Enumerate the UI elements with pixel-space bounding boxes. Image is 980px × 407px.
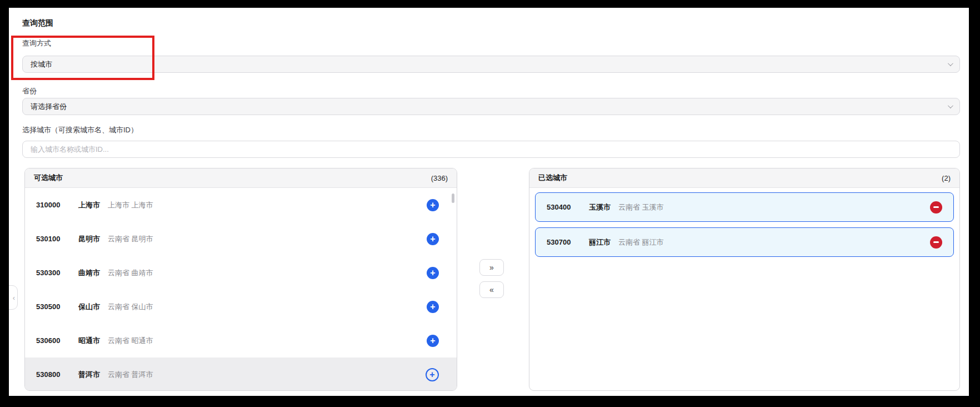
query-method-label: 查询方式 bbox=[22, 38, 51, 48]
province-label: 省份 bbox=[22, 86, 37, 96]
add-city-button[interactable]: + bbox=[426, 368, 439, 381]
selected-cities-title: 已选城市 bbox=[538, 173, 567, 183]
city-name: 普洱市 bbox=[78, 370, 100, 380]
city-search-input[interactable] bbox=[22, 141, 960, 158]
panel-collapse-handle[interactable]: ‹ bbox=[9, 285, 18, 310]
available-cities-title: 可选城市 bbox=[34, 173, 63, 183]
city-detail: 云南省 曲靖市 bbox=[108, 268, 153, 278]
add-city-button[interactable]: + bbox=[427, 233, 439, 245]
scrollbar-thumb[interactable] bbox=[452, 193, 454, 203]
city-code: 310000 bbox=[36, 201, 68, 209]
available-city-row[interactable]: 530600 昭通市 云南省 昭通市 + bbox=[25, 324, 457, 358]
add-city-button[interactable]: + bbox=[427, 267, 439, 279]
city-code: 530500 bbox=[36, 302, 68, 311]
city-code: 530700 bbox=[547, 238, 579, 246]
selected-city-list: 530400 玉溪市 云南省 玉溪市 530700 丽江市 云南省 丽江市 bbox=[529, 188, 959, 267]
plus-icon: + bbox=[430, 302, 435, 311]
remove-city-button[interactable] bbox=[930, 236, 942, 249]
add-city-button[interactable]: + bbox=[427, 199, 439, 211]
section-title: 查询范围 bbox=[22, 18, 53, 28]
city-detail: 云南省 保山市 bbox=[108, 302, 153, 312]
move-all-right-button[interactable]: » bbox=[479, 259, 504, 276]
selected-city-row[interactable]: 530400 玉溪市 云南省 玉溪市 bbox=[535, 192, 954, 222]
plus-icon: + bbox=[429, 370, 434, 379]
query-method-select[interactable]: 按城市 bbox=[22, 56, 960, 73]
available-city-row[interactable]: 530500 保山市 云南省 保山市 + bbox=[25, 290, 457, 324]
plus-icon: + bbox=[430, 336, 435, 345]
city-detail: 云南省 玉溪市 bbox=[618, 202, 664, 212]
selected-cities-count: (2) bbox=[942, 174, 951, 182]
city-name: 丽江市 bbox=[589, 237, 611, 247]
plus-icon: + bbox=[430, 235, 435, 244]
query-method-value: 按城市 bbox=[31, 59, 52, 70]
available-city-list: 310000 上海市 上海市 上海市 + 530100 昆明市 云南省 昆明市 … bbox=[25, 188, 457, 391]
city-code: 530100 bbox=[36, 235, 68, 243]
city-name: 保山市 bbox=[78, 302, 100, 312]
minus-icon bbox=[933, 206, 939, 208]
move-all-left-button[interactable]: « bbox=[479, 281, 504, 298]
city-name: 玉溪市 bbox=[589, 202, 611, 212]
plus-icon: + bbox=[430, 201, 435, 210]
province-select[interactable]: 请选择省份 bbox=[22, 98, 960, 115]
add-city-button[interactable]: + bbox=[427, 335, 439, 347]
selected-cities-panel: 已选城市 (2) 530400 玉溪市 云南省 玉溪市 530700 丽江市 云… bbox=[529, 168, 960, 391]
city-name: 上海市 bbox=[78, 200, 100, 210]
available-cities-panel: 可选城市 (336) 310000 上海市 上海市 上海市 + 530100 昆… bbox=[24, 168, 457, 391]
add-city-button[interactable]: + bbox=[427, 301, 439, 313]
available-city-row[interactable]: 530100 昆明市 云南省 昆明市 + bbox=[25, 222, 457, 256]
selected-city-row[interactable]: 530700 丽江市 云南省 丽江市 bbox=[535, 227, 954, 257]
city-detail: 云南省 昭通市 bbox=[108, 336, 153, 346]
content-area: 查询范围 查询方式 按城市 省份 请选择省份 选择城市（可搜索城市名、城市ID）… bbox=[9, 8, 969, 396]
city-detail: 云南省 普洱市 bbox=[108, 370, 153, 380]
plus-icon: + bbox=[430, 269, 435, 277]
city-detail: 云南省 丽江市 bbox=[618, 237, 664, 247]
city-detail: 云南省 昆明市 bbox=[108, 234, 153, 244]
city-code: 530800 bbox=[36, 370, 68, 379]
chevron-down-icon bbox=[948, 61, 953, 66]
available-city-row[interactable]: 530300 曲靖市 云南省 曲靖市 + bbox=[25, 256, 457, 290]
city-name: 昆明市 bbox=[78, 234, 100, 244]
remove-city-button[interactable] bbox=[930, 201, 942, 214]
available-cities-count: (336) bbox=[431, 174, 448, 182]
available-cities-header: 可选城市 (336) bbox=[25, 168, 457, 188]
chevron-down-icon bbox=[948, 103, 953, 108]
city-search-label: 选择城市（可搜索城市名、城市ID） bbox=[22, 125, 138, 135]
available-city-row[interactable]: 310000 上海市 上海市 上海市 + bbox=[25, 188, 457, 222]
city-code: 530400 bbox=[547, 203, 579, 211]
selected-cities-header: 已选城市 (2) bbox=[529, 168, 959, 188]
city-code: 530300 bbox=[36, 269, 68, 277]
chevron-left-icon: ‹ bbox=[13, 294, 15, 302]
minus-icon bbox=[933, 241, 939, 243]
city-name: 昭通市 bbox=[78, 336, 100, 346]
city-code: 530600 bbox=[36, 336, 68, 345]
city-name: 曲靖市 bbox=[78, 268, 100, 278]
city-detail: 上海市 上海市 bbox=[108, 200, 153, 210]
province-value: 请选择省份 bbox=[31, 102, 67, 112]
available-city-row[interactable]: 530800 普洱市 云南省 普洱市 + bbox=[25, 358, 457, 391]
